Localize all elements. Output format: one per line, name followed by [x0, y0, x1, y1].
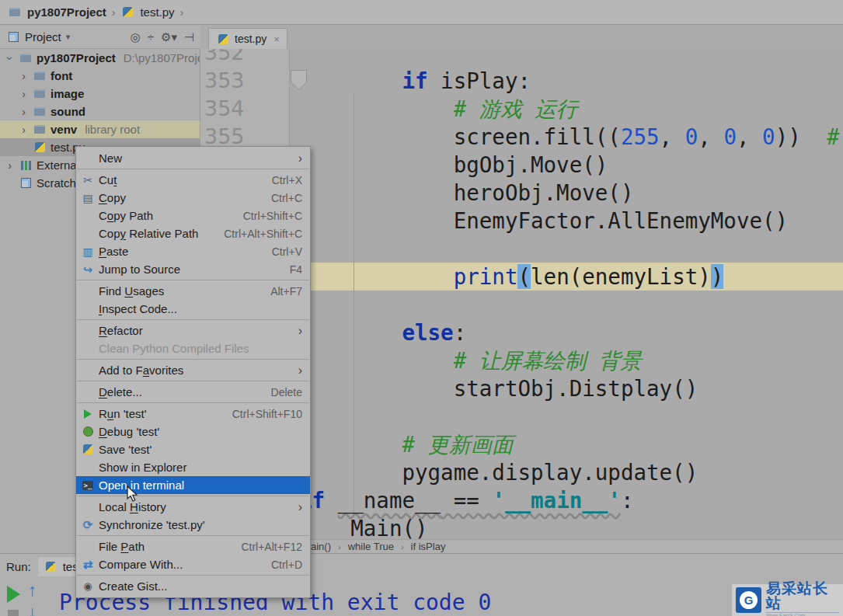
tree-item-image[interactable]: ›image — [0, 85, 200, 103]
menu-item-copy[interactable]: CopyCtrl+C — [76, 189, 310, 207]
menu-item-cut[interactable]: CutCtrl+X — [76, 171, 310, 189]
code-line[interactable]: if isPlay: — [299, 67, 843, 95]
run-label: Run: — [6, 560, 31, 573]
project-toolbar: ◎÷⚙▾⊣ — [131, 30, 194, 44]
close-icon[interactable]: × — [273, 33, 280, 45]
menu-item-copy-path[interactable]: Copy PathCtrl+Shift+C — [76, 207, 310, 224]
menu-item-create-gist[interactable]: Create Gist... — [76, 577, 310, 595]
status-crumb-if-isplay[interactable]: if isPlay — [411, 541, 446, 552]
code-line[interactable] — [299, 291, 843, 318]
tree-item-suffix: library root — [85, 123, 140, 136]
menu-item-label: Add to Favorites — [99, 364, 183, 377]
menu-item-local-history[interactable]: Local History› — [76, 498, 310, 516]
menu-item-inspect-code[interactable]: Inspect Code... — [76, 300, 310, 318]
chevron-collapsed-icon[interactable]: › — [19, 88, 29, 100]
menu-shortcut: Ctrl+Shift+F10 — [232, 408, 302, 420]
code-line[interactable]: startObj.Distplay() — [299, 374, 843, 402]
code-line[interactable]: screen.fill((255, 0, 0, 0)) # — [299, 123, 843, 151]
menu-item-paste[interactable]: PasteCtrl+V — [76, 242, 310, 260]
tab-test-py[interactable]: test.py × — [208, 28, 287, 49]
breadcrumb-separator: › — [338, 542, 341, 552]
menu-item-compare-with[interactable]: Compare With...Ctrl+D — [76, 555, 310, 573]
tree-item-sound[interactable]: ›sound — [0, 103, 200, 120]
status-crumb-ain[interactable]: ain() — [311, 541, 331, 552]
menu-shortcut: Alt+F7 — [270, 285, 302, 298]
menu-item-save-test[interactable]: Save 'test' — [76, 440, 310, 458]
chevron-collapsed-icon[interactable]: › — [19, 124, 29, 136]
submenu-arrow-icon: › — [298, 500, 302, 514]
chevron-expanded-icon[interactable]: › — [4, 53, 16, 63]
menu-item-refactor[interactable]: Refactor› — [76, 322, 310, 339]
chevron-collapsed-icon[interactable]: › — [5, 159, 15, 172]
menu-shortcut: Ctrl+C — [271, 192, 302, 204]
menu-item-show-in-explorer[interactable]: Show in Explorer — [76, 458, 310, 476]
breadcrumb-separator: › — [180, 6, 184, 19]
code-line[interactable]: # 更新画面 — [299, 430, 843, 458]
code-line[interactable]: if __name__ == '__main__': — [299, 486, 843, 514]
code-line[interactable] — [299, 402, 843, 430]
menu-shortcut: Ctrl+Alt+F12 — [241, 541, 302, 553]
watermark-title: 易采站长站 — [766, 581, 839, 611]
code-line[interactable]: EnemyFactor.AllEnemyMove() — [299, 207, 843, 235]
menu-shortcut: Ctrl+V — [272, 245, 302, 258]
code-line[interactable]: # 让屏幕绘制 背景 — [299, 346, 843, 374]
menu-item-label: Inspect Code... — [99, 302, 177, 315]
menu-shortcut: Ctrl+Shift+C — [243, 210, 302, 222]
chevron-down-icon[interactable]: ▾ — [66, 32, 71, 42]
collapse-all-icon[interactable]: ÷ — [148, 30, 154, 44]
tree-item-label: image — [51, 87, 84, 100]
chevron-collapsed-icon[interactable]: › — [19, 106, 29, 118]
breadcrumb: py1807Project › test.py › — [0, 0, 843, 25]
scratch-icon — [19, 177, 33, 190]
locate-icon[interactable]: ◎ — [131, 30, 141, 44]
watermark-subtitle: Www.Easck.Com — [766, 612, 839, 616]
menu-item-clean-python-compiled-files: Clean Python Compiled Files — [76, 339, 310, 357]
menu-item-debug-test[interactable]: Debug 'test' — [76, 423, 310, 440]
gear-icon[interactable]: ⚙▾ — [161, 30, 177, 44]
stop-button[interactable] — [8, 610, 19, 616]
code-line[interactable]: else: — [299, 318, 843, 346]
code-line[interactable]: pygame.display.update() — [299, 458, 843, 486]
code-line[interactable]: bgObj.Move() — [299, 151, 843, 179]
menu-item-file-path[interactable]: File PathCtrl+Alt+F12 — [76, 538, 310, 555]
icon-spacer — [81, 501, 95, 513]
code-line[interactable]: Main() — [299, 514, 843, 539]
menu-item-label: Copy Path — [99, 209, 153, 222]
tree-item-venv[interactable]: ›venvlibrary root — [0, 120, 200, 138]
tree-item-font[interactable]: ›font — [0, 67, 200, 85]
python-icon — [81, 444, 95, 456]
status-crumb-while-true[interactable]: while True — [348, 541, 394, 552]
menu-item-delete[interactable]: Delete...Delete — [76, 383, 310, 401]
python-file-icon — [44, 561, 58, 573]
menu-item-label: File Path — [99, 540, 145, 553]
menu-item-synchronize-test-py[interactable]: Synchronize 'test.py' — [76, 516, 310, 534]
menu-separator — [77, 535, 309, 536]
project-panel-title[interactable]: Project — [25, 30, 61, 44]
rerun-button[interactable] — [7, 586, 20, 603]
menu-item-copy-relative-path[interactable]: Copy Relative PathCtrl+Alt+Shift+C — [76, 224, 310, 242]
menu-item-label: Run 'test' — [99, 407, 147, 420]
menu-item-add-to-favorites[interactable]: Add to Favorites› — [76, 361, 310, 379]
menu-item-jump-to-source[interactable]: Jump to SourceF4 — [76, 260, 310, 278]
menu-separator — [77, 575, 309, 576]
code-line[interactable] — [299, 235, 843, 263]
code-line[interactable]: print(len(enemyList)) — [299, 263, 843, 291]
code-line[interactable]: heroObj.Move() — [299, 179, 843, 207]
menu-item-run-test[interactable]: Run 'test'Ctrl+Shift+F10 — [76, 405, 310, 423]
icon-spacer — [81, 228, 95, 240]
hide-panel-icon[interactable]: ⊣ — [184, 30, 194, 44]
breadcrumb-file[interactable]: test.py — [140, 5, 174, 19]
menu-item-new[interactable]: New› — [76, 149, 310, 167]
breadcrumb-project[interactable]: py1807Project — [27, 5, 106, 19]
tree-item-label: font — [51, 69, 72, 82]
chevron-collapsed-icon[interactable]: › — [19, 70, 29, 82]
code-line[interactable]: # 游戏 运行 — [299, 95, 843, 123]
menu-item-open-in-terminal[interactable]: Open in terminal — [76, 476, 310, 494]
down-stack-trace-icon[interactable]: ↓ — [28, 602, 37, 616]
icon-spacer — [81, 343, 95, 355]
tree-item-py1807project[interactable]: ›py1807ProjectD:\py1807Project — [0, 49, 200, 67]
line-number: 352 — [204, 49, 245, 67]
tree-item-label: py1807Project — [37, 51, 116, 64]
up-stack-trace-icon[interactable]: ↑ — [28, 580, 37, 600]
menu-item-find-usages[interactable]: Find UsagesAlt+F7 — [76, 282, 310, 300]
